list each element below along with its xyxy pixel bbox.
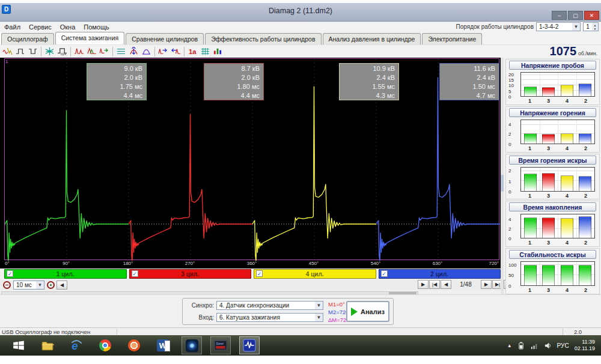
measurement-value: 2.0 кВ: [87, 73, 142, 82]
sync-sensor-icon[interactable]: [43, 46, 56, 57]
tab-Сравнение цилиндров[interactable]: Сравнение цилиндров: [126, 33, 204, 44]
taskbar-app-start[interactable]: [8, 336, 29, 354]
svg-text:Steel: Steel: [216, 342, 224, 345]
firing-order-group: Порядок работы цилиндров 1-3-4-2 ▼ 1 ▲▼: [456, 22, 599, 32]
cursor-wave-icon[interactable]: [1, 46, 14, 57]
timebase-select[interactable]: 10 мс ▼: [13, 281, 44, 290]
taskbar-app-ie[interactable]: e: [66, 336, 87, 354]
wave-export-icon[interactable]: [157, 46, 169, 57]
tab-Осциллограф[interactable]: Осциллограф: [1, 33, 54, 44]
checkbox[interactable]: ✓: [256, 270, 263, 277]
axis-tick-label: 4: [508, 217, 519, 222]
cylinder-strip-2 цил.[interactable]: ✓2 цил.: [379, 269, 501, 279]
window-title: Diamag 2 (11.dm2): [0, 7, 601, 15]
sync-settings-icon[interactable]: 024: [56, 46, 69, 57]
stepper-arrows-icon[interactable]: ▲▼: [592, 23, 598, 31]
step-rise-icon[interactable]: [14, 46, 26, 57]
bar-cylinder-1: [524, 86, 537, 96]
arc-updown-icon[interactable]: [127, 46, 140, 57]
checkbox[interactable]: ✓: [7, 270, 13, 277]
waveform-cylinder-2 цил.: [376, 77, 500, 261]
taskbar-app-camera[interactable]: [182, 336, 202, 354]
chevron-down-icon[interactable]: ▼: [36, 281, 44, 289]
battery-icon[interactable]: [517, 342, 525, 350]
network-icon[interactable]: [531, 342, 538, 350]
svg-text:024: 024: [61, 52, 66, 56]
chevron-down-icon[interactable]: ▼: [572, 23, 580, 31]
menu-item-Окна[interactable]: Окна: [56, 23, 80, 31]
cylinder-count-stepper[interactable]: 1 ▲▼: [583, 22, 599, 31]
checkbox[interactable]: ✓: [381, 270, 388, 277]
waveform-parade-icon[interactable]: [73, 46, 85, 57]
panel-title-button[interactable]: Время горения искры: [509, 156, 596, 165]
analyze-button[interactable]: Анализ: [346, 301, 389, 322]
taskbar-app-ubuntu[interactable]: [124, 336, 144, 354]
taskbar-app-diamag[interactable]: [239, 336, 260, 354]
arc-span-icon[interactable]: [140, 46, 153, 57]
tray-expand-icon[interactable]: ▲: [507, 343, 512, 348]
panel-title-button[interactable]: Стабильность искры: [509, 250, 596, 259]
sync-select[interactable]: 4. Датчик синхронизации ▼: [216, 301, 323, 310]
chart-plot: [520, 167, 595, 192]
pager-step-button[interactable]: ▶: [418, 280, 429, 289]
tab-Электропитание[interactable]: Электропитание: [422, 33, 482, 44]
bar-slot: [558, 214, 576, 238]
input-select[interactable]: 6. Катушка зажигания ▼: [216, 313, 323, 322]
waveform-compare-icon[interactable]: [98, 46, 111, 57]
scroll-left-button[interactable]: ◀: [56, 281, 67, 290]
svg-text:1a: 1a: [189, 48, 197, 55]
cylinder-strip-1 цил.[interactable]: ✓1 цил.: [4, 269, 127, 279]
marker-target-icon[interactable]: [47, 281, 55, 289]
chevron-down-icon[interactable]: ▼: [315, 302, 323, 309]
taskbar-app-steel[interactable]: Steel: [210, 336, 231, 354]
label-1a-icon[interactable]: 1a: [186, 46, 199, 57]
close-button[interactable]: ✕: [584, 11, 599, 20]
panel-title-button[interactable]: Напряжение пробоя: [509, 61, 596, 70]
taskbar-app-explorer[interactable]: [37, 336, 58, 354]
wave-import-icon[interactable]: [169, 46, 182, 57]
taskbar-app-chrome[interactable]: [95, 336, 115, 354]
analyze-label: Анализ: [361, 308, 385, 315]
zoom-out-icon[interactable]: [3, 281, 11, 289]
language-indicator[interactable]: РУС: [557, 342, 569, 349]
firing-order-select[interactable]: 1-3-4-2 ▼: [536, 22, 581, 31]
grid-icon[interactable]: [199, 46, 212, 57]
step-fall-icon[interactable]: [26, 46, 39, 57]
oscilloscope-plot[interactable]: 1 9.0 кВ2.0 кВ1.75 мс4.4 мс8.7 кВ2.0 кВ1…: [0, 58, 502, 268]
tab-Анализ давления в цилиндре[interactable]: Анализ давления в цилиндре: [323, 33, 421, 44]
panel-title-button[interactable]: Время накопления: [509, 202, 596, 211]
menu-item-Сервис[interactable]: Сервис: [25, 23, 56, 31]
taskbar-app-word[interactable]: W: [153, 336, 173, 354]
category-label: 3: [539, 240, 558, 246]
barchart-icon[interactable]: [212, 46, 224, 57]
menu-item-Помощь[interactable]: Помощь: [79, 23, 114, 31]
maximize-button[interactable]: ▢: [568, 11, 583, 20]
menu-item-Файл[interactable]: Файл: [0, 23, 25, 31]
pager-next-button[interactable]: ▶: [481, 280, 492, 289]
tab-Эффективность работы цилиндров[interactable]: Эффективность работы цилиндров: [205, 33, 321, 44]
axis-tick-label: 1: [508, 179, 519, 184]
bar-cylinder-3: [542, 173, 555, 190]
cylinder-strip-4 цил.[interactable]: ✓4 цил.: [254, 269, 376, 279]
splitter-handle[interactable]: [501, 175, 504, 192]
cylinder-strip-3 цил.[interactable]: ✓3 цил.: [129, 269, 252, 279]
bar-cylinder-3: [542, 87, 555, 96]
bar-cylinder-1: [524, 174, 537, 190]
input-value: 6. Катушка зажигания: [219, 314, 280, 321]
speaker-icon[interactable]: [544, 342, 552, 350]
pager-prev-button[interactable]: ◀: [441, 280, 451, 289]
clock[interactable]: 11:39 02.11.19: [575, 339, 595, 352]
checkbox[interactable]: ✓: [132, 270, 138, 277]
degree-tick: 540°: [368, 261, 383, 266]
pager-first-button[interactable]: |◀: [429, 280, 440, 289]
lines-icon[interactable]: [115, 46, 127, 57]
panel-splitter[interactable]: [501, 58, 504, 294]
pager-position: 1/48: [451, 281, 480, 288]
waveform-overlay-icon[interactable]: [85, 46, 98, 57]
panel-title-button[interactable]: Напряжение горения: [509, 108, 596, 117]
chevron-down-icon[interactable]: ▼: [315, 314, 323, 321]
toolbar-separator: [41, 47, 41, 56]
degree-tick: 0°: [5, 261, 10, 266]
minimize-button[interactable]: –: [552, 11, 567, 20]
tab-Система зажигания[interactable]: Система зажигания: [55, 32, 125, 44]
